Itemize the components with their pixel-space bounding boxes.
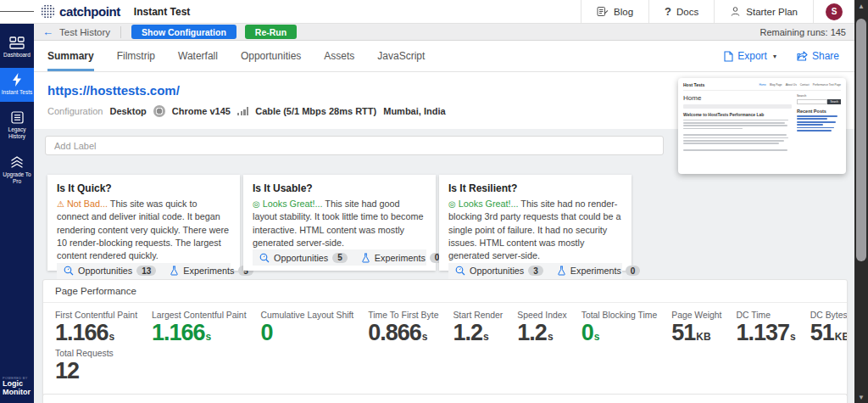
dashboard-icon	[9, 36, 25, 49]
sidebar-item-legacy-history[interactable]: Legacy History	[0, 105, 34, 146]
metric-largest-contentful-paint: Largest Contentful Paint 1.166s	[152, 311, 246, 346]
user-icon	[730, 6, 741, 17]
skeleton-line	[683, 104, 792, 109]
insight-cards: Is It Quick? ⚠Not Bad... This site was q…	[47, 175, 632, 271]
page-performance-title: Page Performance	[43, 280, 847, 303]
gauge-magnifier-icon	[455, 266, 465, 276]
page-screenshot-preview[interactable]: Host Tests Home Blog Page About Us Conta…	[678, 78, 846, 174]
tab-summary[interactable]: Summary	[47, 41, 94, 71]
divider	[120, 26, 121, 38]
starter-plan-link[interactable]: Starter Plan	[714, 0, 813, 23]
opportunities-link[interactable]: Opportunities 13	[64, 266, 156, 276]
experiments-label: Experiments	[183, 266, 234, 276]
vertical-scrollbar[interactable]: ▲ ▼	[854, 0, 868, 403]
tab-assets[interactable]: Assets	[324, 41, 354, 71]
preview-search-input	[797, 99, 827, 104]
sidebar-item-dashboard[interactable]: Dashboard	[0, 31, 34, 64]
location-value: Mumbai, India	[383, 106, 445, 116]
metric-dc-bytes: DC Bytes 51KB	[810, 311, 848, 346]
sidebar-label: Instant Tests	[2, 89, 32, 96]
app-header: catchpoint Instant Test Blog ? Docs	[0, 0, 854, 24]
share-button[interactable]: Share	[797, 50, 839, 62]
sidebar-item-instant-tests[interactable]: Instant Tests	[0, 68, 34, 102]
metric-label: Total Requests	[55, 349, 114, 358]
metric-label: Speed Index	[517, 311, 566, 320]
skeleton-link	[797, 115, 837, 117]
chevron-down-icon: ▾	[773, 53, 776, 60]
preview-recent-posts-heading: Recent Posts	[797, 109, 841, 114]
next-section-panel	[42, 394, 848, 403]
add-label-input[interactable]	[45, 136, 664, 155]
metric-value: 51KB	[810, 321, 848, 346]
verdict-label: Looks Great!...	[459, 199, 519, 209]
test-history-link[interactable]: Test History	[59, 27, 110, 37]
scroll-up-icon[interactable]: ▲	[854, 0, 868, 12]
browser-value: Chrome v145	[172, 106, 231, 116]
metric-start-render: Start Render 1.2s	[453, 311, 503, 346]
ok-icon: ◎	[253, 199, 260, 209]
sidebar-item-upgrade-to-pro[interactable]: Upgrade To Pro	[0, 150, 34, 191]
flask-icon	[557, 266, 566, 276]
verdict-label: Not Bad...	[67, 199, 108, 209]
opportunities-link[interactable]: Opportunities 5	[259, 253, 348, 263]
skeleton-line	[683, 122, 785, 124]
rerun-button[interactable]: Re-Run	[245, 25, 297, 39]
metric-page-weight: Page Weight 51KB	[671, 311, 721, 346]
skeleton-line	[683, 143, 779, 144]
back-arrow-icon[interactable]: ←	[42, 25, 53, 38]
metric-label: DC Time	[737, 311, 796, 320]
metric-label: Page Weight	[671, 311, 721, 320]
scrollbar-thumb[interactable]	[856, 19, 866, 261]
main-content: Summary Filmstrip Waterfall Opportunitie…	[34, 41, 854, 403]
tab-filmstrip[interactable]: Filmstrip	[117, 41, 155, 71]
show-configuration-button[interactable]: Show Configuration	[131, 25, 236, 39]
experiments-link[interactable]: Experiments 0	[361, 253, 445, 263]
skeleton-line	[683, 120, 788, 121]
experiments-link[interactable]: Experiments 0	[557, 266, 641, 276]
preview-nav-item: About Us	[786, 83, 797, 87]
blog-link[interactable]: Blog	[581, 0, 648, 23]
metric-value: 0	[261, 321, 354, 346]
blog-label: Blog	[614, 7, 633, 17]
catchpoint-logo[interactable]: catchpoint	[41, 4, 120, 19]
list-icon	[9, 110, 25, 124]
network-value: Cable (5/1 Mbps 28ms RTT)	[255, 106, 376, 116]
export-button[interactable]: Export ▾	[724, 50, 776, 62]
metric-label: Total Blocking Time	[581, 311, 658, 320]
user-avatar[interactable]: S	[826, 3, 843, 20]
opportunities-label: Opportunities	[78, 266, 132, 276]
docs-link[interactable]: ? Docs	[648, 0, 714, 23]
metric-total-requests: Total Requests 12	[55, 349, 114, 384]
tab-opportunities[interactable]: Opportunities	[241, 41, 301, 71]
card-footer: Opportunities 13 Experiments 5	[57, 263, 231, 279]
flask-icon	[361, 253, 370, 263]
tab-javascript[interactable]: JavaScript	[377, 41, 425, 71]
scroll-down-icon[interactable]: ▼	[854, 391, 868, 403]
card-text: ⚠Not Bad... This site was quick to conne…	[57, 198, 231, 263]
opportunities-label: Opportunities	[470, 266, 524, 276]
skeleton-link	[797, 127, 834, 129]
hamburger-menu-icon[interactable]	[0, 9, 34, 14]
gauge-magnifier-icon	[64, 266, 74, 276]
metric-speed-index: Speed Index 1.2s	[517, 311, 566, 346]
card-is-it-resilient: Is It Resilient? ◎Looks Great!... This s…	[439, 175, 632, 271]
opportunities-link[interactable]: Opportunities 3	[455, 266, 543, 276]
tab-waterfall[interactable]: Waterfall	[178, 41, 218, 71]
page-title: Instant Test	[134, 6, 190, 18]
signal-bars-icon	[237, 107, 248, 115]
metric-first-contentful-paint: First Contentful Paint 1.166s	[55, 311, 137, 346]
metrics-row-1: First Contentful Paint 1.166s Largest Co…	[43, 303, 847, 346]
card-footer: Opportunities 5 Experiments 0	[253, 249, 426, 266]
experiments-label: Experiments	[570, 266, 621, 276]
preview-page-title: Home	[683, 94, 792, 102]
card-title: Is It Resilient?	[448, 182, 622, 194]
sidebar-label: Legacy History	[1, 126, 33, 140]
metric-total-blocking-time: Total Blocking Time 0s	[581, 311, 658, 346]
tested-url-link[interactable]: https://hosttests.com/	[47, 83, 180, 98]
metric-label: First Contentful Paint	[55, 311, 137, 320]
opportunities-count-badge: 3	[528, 266, 543, 276]
remaining-runs-label: Remaining runs: 145	[760, 27, 846, 37]
configuration-label: Configuration	[47, 106, 103, 116]
metric-value: 0s	[581, 321, 658, 346]
experiments-link[interactable]: Experiments 5	[170, 266, 253, 276]
